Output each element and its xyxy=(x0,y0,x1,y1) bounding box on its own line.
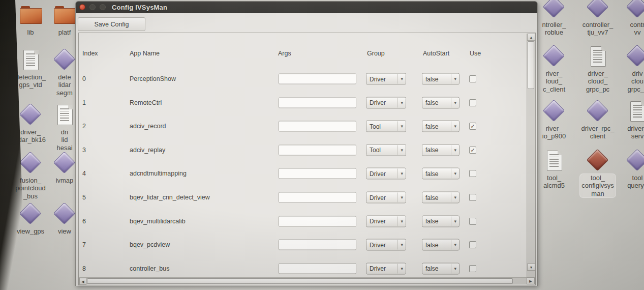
autostart-dropdown[interactable]: false ▾ xyxy=(422,121,459,132)
desktop-icon-label: tool_configivsysman xyxy=(579,173,616,198)
desktop-icon[interactable]: river_io_p900 xyxy=(534,100,574,141)
group-dropdown[interactable]: Tool ▾ xyxy=(366,144,406,156)
column-header-autostart: AutoStart xyxy=(423,50,449,57)
chevron-down-icon: ▾ xyxy=(451,240,459,250)
autostart-dropdown[interactable]: false ▾ xyxy=(422,73,459,85)
document-icon xyxy=(542,149,566,172)
diamond-icon xyxy=(542,45,566,68)
maximize-button[interactable] xyxy=(100,4,106,10)
group-dropdown[interactable]: Driver ▾ xyxy=(366,97,406,108)
desktop-icon-label: ivmap xyxy=(54,176,76,185)
autostart-dropdown[interactable]: false ▾ xyxy=(422,263,459,274)
desktop-icon-label: controller_tju_vv7 xyxy=(580,20,616,37)
desktop-icon[interactable]: drivclougrpc_s xyxy=(617,45,644,94)
autostart-dropdown[interactable]: false ▾ xyxy=(422,239,459,251)
desktop-icon[interactable]: contrvv xyxy=(617,0,644,37)
document-icon xyxy=(626,100,644,123)
group-dropdown[interactable]: Driver ▾ xyxy=(366,73,406,85)
args-input[interactable] xyxy=(279,97,356,108)
use-checkbox[interactable] xyxy=(469,99,476,106)
desktop-icon[interactable]: river_loud_c_client xyxy=(534,45,574,94)
save-config-button[interactable]: Save Config xyxy=(78,17,145,31)
column-header-app-name: App Name xyxy=(130,50,160,57)
desktop-icon-label: driver_cloud_grpc_pc xyxy=(584,69,611,94)
table-row: 6 bqev_multilidarcalib Driver ▾ false ▾ xyxy=(79,210,526,233)
vertical-scrollbar-thumb[interactable] xyxy=(528,41,534,89)
group-dropdown[interactable]: Driver ▾ xyxy=(366,215,406,227)
desktop-icon[interactable]: driver_rpc_client xyxy=(577,100,618,141)
use-checkbox[interactable] xyxy=(469,170,476,177)
horizontal-scrollbar-thumb[interactable] xyxy=(87,278,513,284)
autostart-dropdown[interactable]: false ▾ xyxy=(422,168,459,180)
scroll-down-icon[interactable]: ▼ xyxy=(527,264,535,271)
window-titlebar[interactable]: Config IVSysMan xyxy=(76,2,537,13)
row-app-name: bqev_lidar_cnn_detect_view xyxy=(130,194,210,201)
chevron-down-icon: ▾ xyxy=(397,240,406,250)
desktop-icon[interactable]: driver_cloud_grpc_pc xyxy=(577,45,618,94)
chevron-down-icon: ▾ xyxy=(397,169,406,179)
desktop-icon[interactable]: tool_alcmd5 xyxy=(534,149,574,190)
desktop-icon[interactable]: controller_tju_vv7 xyxy=(577,0,618,37)
group-dropdown[interactable]: Driver ▾ xyxy=(366,192,406,204)
autostart-dropdown[interactable]: false ▾ xyxy=(422,215,459,227)
use-checkbox[interactable]: ✓ xyxy=(469,147,476,154)
diamond-icon xyxy=(53,152,76,175)
args-input[interactable] xyxy=(279,168,356,179)
desktop-icon[interactable]: tool_configivsysman xyxy=(577,149,618,198)
group-dropdown[interactable]: Tool ▾ xyxy=(366,121,406,132)
row-app-name: controller_bus xyxy=(130,265,170,272)
args-input[interactable] xyxy=(279,240,356,250)
chevron-down-icon: ▾ xyxy=(397,74,406,84)
diamond-icon xyxy=(586,100,609,123)
use-checkbox[interactable] xyxy=(469,265,476,272)
scroll-left-icon[interactable]: ◀ xyxy=(79,278,86,285)
row-app-name: RemoteCtrl xyxy=(130,99,162,106)
group-dropdown[interactable]: Driver ▾ xyxy=(366,239,406,251)
app-config-table: Index App Name Args Group AutoStart Use … xyxy=(78,33,536,285)
chevron-down-icon: ▾ xyxy=(451,193,459,202)
row-index: 3 xyxy=(82,147,86,154)
group-dropdown[interactable]: Driver ▾ xyxy=(366,263,406,274)
minimize-button[interactable] xyxy=(89,4,96,10)
use-checkbox[interactable]: ✓ xyxy=(469,123,476,130)
desktop-icon[interactable]: driver_serv xyxy=(617,100,644,141)
autostart-dropdown[interactable]: false ▾ xyxy=(422,97,459,108)
autostart-dropdown[interactable]: false ▾ xyxy=(422,144,459,156)
use-checkbox[interactable] xyxy=(469,75,476,82)
use-checkbox[interactable] xyxy=(469,194,476,201)
desktop-icon-label: driver_rpc_client xyxy=(579,124,616,141)
args-input[interactable] xyxy=(279,263,356,274)
chevron-down-icon: ▾ xyxy=(397,122,406,131)
row-index: 1 xyxy=(82,99,86,106)
chevron-down-icon: ▾ xyxy=(451,216,459,226)
row-index: 4 xyxy=(82,170,86,177)
args-input[interactable] xyxy=(279,121,356,132)
window-title: Config IVSysMan xyxy=(112,4,167,11)
scroll-right-icon[interactable]: ▶ xyxy=(527,277,535,284)
document-icon xyxy=(586,45,609,68)
group-dropdown[interactable]: Driver ▾ xyxy=(366,168,406,180)
args-input[interactable] xyxy=(279,74,356,84)
desktop-icon-label: lib xyxy=(25,28,36,37)
column-header-group: Group xyxy=(367,50,385,57)
args-input[interactable] xyxy=(279,216,356,226)
autostart-value: false xyxy=(422,123,451,130)
autostart-value: false xyxy=(422,170,451,177)
use-checkbox[interactable] xyxy=(469,241,476,248)
use-checkbox[interactable] xyxy=(469,218,476,225)
close-button[interactable] xyxy=(79,4,85,10)
horizontal-scrollbar[interactable]: ◀ xyxy=(79,277,527,284)
args-input[interactable] xyxy=(279,192,356,203)
autostart-value: false xyxy=(422,99,451,106)
autostart-dropdown[interactable]: false ▾ xyxy=(422,192,459,204)
autostart-value: false xyxy=(422,265,451,272)
column-header-index: Index xyxy=(82,50,98,57)
vertical-scrollbar[interactable]: ▲ ▼ xyxy=(527,34,535,278)
chevron-down-icon: ▾ xyxy=(451,122,459,131)
desktop-icon[interactable]: ntroller_roblue xyxy=(534,0,574,37)
diamond-icon xyxy=(19,152,42,175)
args-input[interactable] xyxy=(279,144,356,155)
chevron-down-icon: ▾ xyxy=(397,145,406,155)
scroll-up-icon[interactable]: ▲ xyxy=(527,34,535,41)
desktop-icon[interactable]: toolqueryn xyxy=(617,149,644,190)
